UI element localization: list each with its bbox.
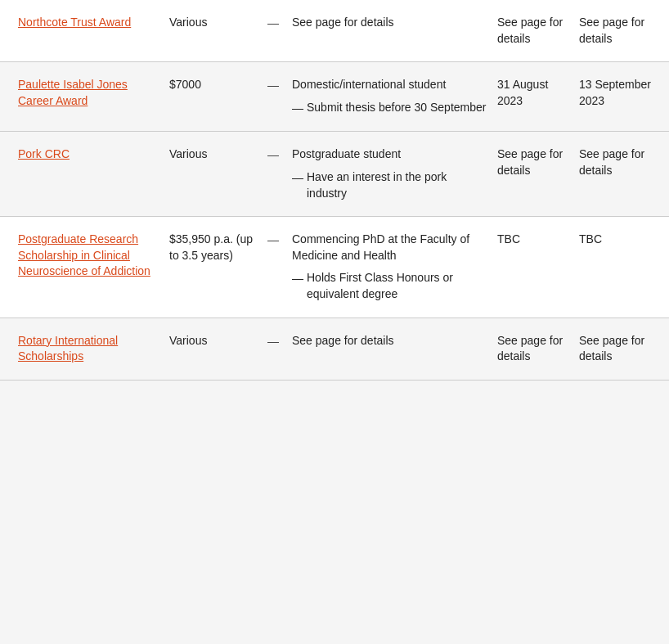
pork-link[interactable]: Pork CRC — [18, 147, 70, 160]
scholarship-name-postgraduate[interactable]: Postgraduate Research Scholarship in Cli… — [13, 232, 164, 280]
amount-postgraduate: $35,950 p.a. (up to 3.5 years) — [164, 232, 263, 263]
criteria-postgraduate: Commencing PhD at the Faculty of Medicin… — [287, 232, 492, 302]
table-row: Northcote Trust Award Various — See page… — [0, 0, 669, 62]
scholarship-name-pork[interactable]: Pork CRC — [13, 146, 164, 163]
criteria-text: See page for details — [292, 15, 394, 31]
criteria-text-2: Have an interest in the pork industry — [307, 169, 487, 201]
criteria-pork: Postgraduate student — Have an interest … — [287, 146, 492, 201]
amount-northcote: Various — [164, 15, 263, 31]
dash-postgraduate: — — [263, 232, 287, 246]
close-date-paulette: 13 September 2023 — [574, 77, 656, 109]
amount-pork: Various — [164, 146, 263, 163]
scholarship-name-rotary[interactable]: Rotary International Scholarships — [13, 333, 164, 365]
criteria-text-2: Holds First Class Honours or equivalent … — [307, 270, 487, 302]
criteria-text-1: Domestic/international student — [292, 77, 446, 93]
open-date-postgraduate: TBC — [492, 232, 574, 248]
close-date-northcote: See page for details — [574, 15, 656, 47]
close-date-postgraduate: TBC — [574, 232, 656, 248]
scholarship-name-paulette[interactable]: Paulette Isabel Jones Career Award — [13, 77, 164, 109]
scholarships-table: Northcote Trust Award Various — See page… — [0, 0, 669, 381]
dash-pork: — — [263, 146, 287, 161]
scholarship-name-northcote[interactable]: Northcote Trust Award — [13, 15, 164, 31]
table-row: Pork CRC Various — Postgraduate student … — [0, 132, 669, 217]
criteria-paulette: Domestic/international student — Submit … — [287, 77, 492, 116]
criteria-rotary: See page for details — [287, 333, 492, 349]
criteria-dash-2: — — [292, 101, 303, 117]
criteria-northcote: See page for details — [287, 15, 492, 31]
table-row: Paulette Isabel Jones Career Award $7000… — [0, 62, 669, 132]
amount-paulette: $7000 — [164, 77, 263, 93]
table-row: Rotary International Scholarships Variou… — [0, 318, 669, 381]
dash-paulette: — — [263, 77, 287, 92]
open-date-rotary: See page for details — [492, 333, 574, 365]
open-date-northcote: See page for details — [492, 15, 574, 47]
close-date-rotary: See page for details — [574, 333, 656, 365]
table-row: Postgraduate Research Scholarship in Cli… — [0, 217, 669, 317]
rotary-link[interactable]: Rotary International Scholarships — [18, 334, 118, 363]
dash-rotary: — — [263, 333, 287, 348]
criteria-text-1: Commencing PhD at the Faculty of Medicin… — [292, 232, 487, 263]
dash-northcote: — — [263, 15, 287, 29]
criteria-dash-2: — — [292, 170, 303, 187]
amount-rotary: Various — [164, 333, 263, 349]
close-date-pork: See page for details — [574, 146, 656, 178]
criteria-text-2: Submit thesis before 30 September — [307, 100, 486, 116]
northcote-link[interactable]: Northcote Trust Award — [18, 16, 131, 29]
postgraduate-link[interactable]: Postgraduate Research Scholarship in Cli… — [18, 232, 150, 277]
criteria-text-1: Postgraduate student — [292, 146, 401, 163]
open-date-paulette: 31 August 2023 — [492, 77, 574, 109]
criteria-dash-2: — — [292, 271, 303, 287]
open-date-pork: See page for details — [492, 146, 574, 178]
criteria-text-1: See page for details — [292, 333, 394, 349]
paulette-link[interactable]: Paulette Isabel Jones Career Award — [18, 78, 128, 107]
